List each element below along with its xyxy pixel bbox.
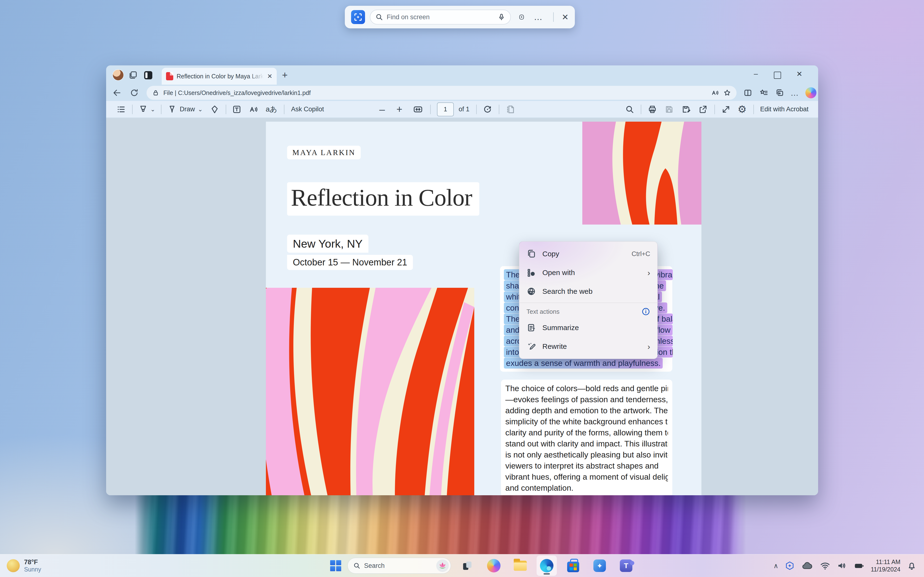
onedrive-icon[interactable] [801,559,814,572]
info-icon[interactable] [641,307,650,316]
fullscreen-icon[interactable] [721,105,731,114]
tab-close-icon[interactable]: ✕ [267,73,272,80]
taskbar: 78°F Sunny Search [0,554,924,577]
ask-copilot-button[interactable]: Ask Copilot [291,106,324,113]
zoom-in-button[interactable]: + [397,104,402,115]
menu-item-summarize[interactable]: Summarize [519,318,657,337]
draw-chevron-icon[interactable]: ⌄ [198,106,203,113]
text-line: stand out with clarity and impact. This … [505,438,668,449]
rotate-icon[interactable] [483,104,493,114]
microphone-icon[interactable] [498,13,506,21]
start-button[interactable] [330,560,341,571]
clock[interactable]: 11:11 AM 11/19/2024 [871,558,900,573]
save-as-icon[interactable] [681,105,691,114]
context-menu: Copy Ctrl+C Open with › Search the web T… [519,242,657,359]
url-text: File | C:Users/Onedrive/s_izza/lovegived… [163,89,311,97]
draw-label[interactable]: Draw [180,106,195,113]
open-with-icon [527,268,536,277]
page-number-input[interactable]: 1 [437,102,454,116]
globe-search-icon [527,287,536,296]
favorite-star-icon[interactable] [723,89,731,97]
text-line: vibrant hues, offering a moment of visua… [505,471,668,482]
store-icon [567,562,579,572]
bell-icon[interactable] [907,561,917,571]
refresh-icon[interactable] [130,88,139,97]
profile-avatar[interactable] [112,69,124,81]
weather-widget[interactable]: 78°F Sunny [7,558,41,573]
body-lines: The choice of colors—bold reds and gentl… [505,383,668,493]
window-close-button[interactable]: ✕ [791,70,808,78]
window-minimize-button[interactable]: – [747,70,764,78]
active-app-indicator [544,573,550,575]
tray-chevron-icon[interactable]: ∧ [773,562,779,570]
text-box-icon[interactable] [232,105,242,114]
eraser-icon[interactable] [210,105,220,114]
window-maximize-button[interactable] [774,72,781,79]
copilot-pc-badge-icon[interactable] [785,561,795,571]
menu-item-search-web[interactable]: Search the web [519,282,657,301]
print-icon[interactable] [648,105,657,114]
battery-icon[interactable] [853,560,864,571]
vertical-tabs-icon[interactable] [144,71,152,79]
edge-icon [540,559,553,572]
menu-item-rewrite[interactable]: Rewrite › [519,337,657,356]
taskbar-search[interactable]: Search [347,558,451,574]
screen-capture-icon[interactable] [351,10,365,24]
page-count-label: of 1 [459,106,470,113]
favorites-bar-icon[interactable] [759,88,768,97]
highlighter-chevron-icon[interactable]: ⌄ [150,106,155,113]
workspaces-icon[interactable] [128,70,138,80]
menu-item-copy[interactable]: Copy Ctrl+C [519,245,657,263]
weather-condition: Sunny [24,566,41,573]
find-placeholder: Find on screen [387,13,494,21]
find-search-input[interactable]: Find on screen [370,10,511,24]
new-tab-button[interactable]: + [282,70,288,81]
search-icon [353,562,361,569]
weather-temp: 78°F [24,558,41,566]
copilot-button[interactable] [484,556,504,576]
teams-button[interactable]: T [616,556,636,576]
settings-icon[interactable]: ⚙ [738,103,747,115]
location-text: New York, NY [287,235,368,253]
volume-icon[interactable] [837,561,847,571]
file-explorer-button[interactable] [510,556,530,576]
lotus-icon [438,561,447,571]
task-view-icon [461,559,473,572]
pdf-search-icon[interactable] [625,105,635,114]
toc-icon[interactable] [116,105,126,114]
back-icon[interactable] [112,88,121,97]
copilot-logo[interactable] [805,87,816,98]
pen-icon[interactable] [167,105,177,114]
close-icon[interactable]: ✕ [562,12,569,22]
address-bar[interactable]: File | C:Users/Onedrive/s_izza/lovegived… [147,86,737,100]
edit-with-acrobat-button[interactable]: Edit with Acrobat [760,106,809,113]
active-tab[interactable]: Reflection in Color by Maya Larki ✕ [162,68,277,85]
text-line: and contemplation. [505,482,668,493]
store-button[interactable] [563,556,583,576]
split-screen-icon[interactable] [743,88,753,97]
teams-icon: T [620,559,632,572]
sun-icon [7,559,20,572]
menu-item-open-with[interactable]: Open with › [519,263,657,282]
clock-date: 11/19/2024 [871,566,900,573]
wifi-icon[interactable] [820,561,830,571]
share-icon[interactable] [698,105,708,114]
task-view-button[interactable] [457,556,477,576]
collections-icon[interactable] [775,88,784,97]
text-line: adding depth and emotion to the artwork.… [505,405,668,416]
highlighter-icon[interactable] [138,105,148,114]
more-icon[interactable]: … [534,12,543,22]
zoom-out-button[interactable]: – [379,104,385,115]
text-line: exudes a sense of warmth and playfulness… [504,358,663,369]
chevron-right-icon: › [648,268,650,277]
pdf-read-aloud-icon[interactable] [249,105,258,114]
translate-icon[interactable]: aあ [266,104,277,114]
read-aloud-icon[interactable] [711,89,719,97]
fit-width-icon[interactable] [413,104,423,114]
edge-button[interactable] [536,556,557,576]
m365-copilot-button[interactable]: ✦ [590,556,610,576]
menu-separator [519,303,657,303]
tab-strip: Reflection in Color by Maya Larki ✕ + – … [106,65,818,85]
browser-menu-icon[interactable]: … [790,88,799,98]
copilot-badge-icon[interactable] [519,12,525,22]
